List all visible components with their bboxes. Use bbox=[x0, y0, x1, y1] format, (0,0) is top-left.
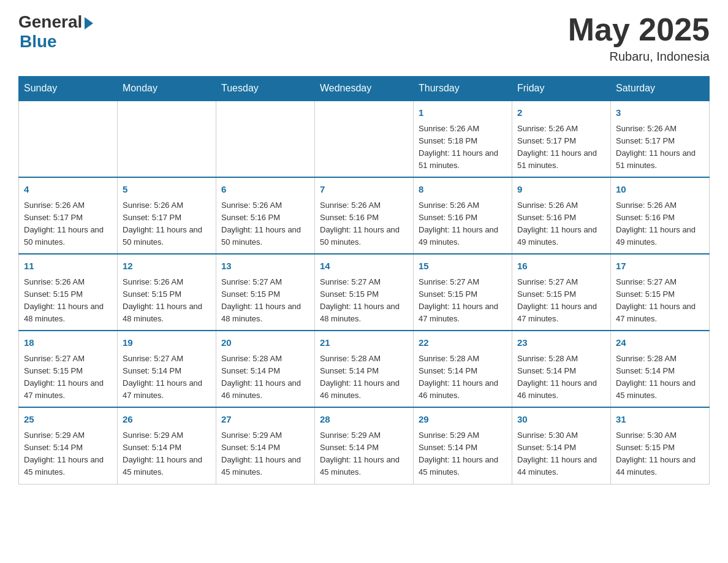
week-row-1: 1Sunrise: 5:26 AM Sunset: 5:18 PM Daylig… bbox=[19, 101, 710, 177]
day-header-monday: Monday bbox=[118, 77, 216, 101]
day-number: 29 bbox=[419, 413, 507, 427]
calendar-cell: 4Sunrise: 5:26 AM Sunset: 5:17 PM Daylig… bbox=[19, 177, 118, 254]
day-info: Sunrise: 5:28 AM Sunset: 5:14 PM Dayligh… bbox=[320, 353, 408, 402]
day-number: 7 bbox=[320, 183, 408, 197]
calendar-cell: 12Sunrise: 5:26 AM Sunset: 5:15 PM Dayli… bbox=[118, 254, 216, 331]
day-number: 18 bbox=[24, 336, 112, 350]
day-number: 2 bbox=[517, 106, 605, 120]
calendar-cell: 22Sunrise: 5:28 AM Sunset: 5:14 PM Dayli… bbox=[414, 331, 512, 407]
day-info: Sunrise: 5:27 AM Sunset: 5:15 PM Dayligh… bbox=[419, 276, 507, 326]
day-number: 27 bbox=[221, 413, 309, 427]
calendar-cell: 18Sunrise: 5:27 AM Sunset: 5:15 PM Dayli… bbox=[19, 331, 118, 407]
day-number: 4 bbox=[24, 183, 112, 197]
day-number: 11 bbox=[24, 259, 112, 274]
day-info: Sunrise: 5:26 AM Sunset: 5:17 PM Dayligh… bbox=[123, 199, 211, 249]
day-number: 15 bbox=[419, 259, 507, 274]
calendar-cell: 7Sunrise: 5:26 AM Sunset: 5:16 PM Daylig… bbox=[315, 177, 414, 254]
day-header-wednesday: Wednesday bbox=[315, 77, 414, 101]
day-number: 9 bbox=[517, 183, 605, 197]
day-info: Sunrise: 5:26 AM Sunset: 5:16 PM Dayligh… bbox=[517, 199, 605, 249]
day-number: 13 bbox=[221, 259, 309, 274]
week-row-5: 25Sunrise: 5:29 AM Sunset: 5:14 PM Dayli… bbox=[19, 407, 710, 484]
title-section: May 2025 Rubaru, Indonesia bbox=[568, 12, 710, 64]
calendar-cell: 11Sunrise: 5:26 AM Sunset: 5:15 PM Dayli… bbox=[19, 254, 118, 331]
calendar-cell bbox=[118, 101, 216, 177]
calendar-cell: 25Sunrise: 5:29 AM Sunset: 5:14 PM Dayli… bbox=[19, 407, 118, 484]
day-info: Sunrise: 5:27 AM Sunset: 5:15 PM Dayligh… bbox=[616, 276, 704, 326]
logo-arrow-icon bbox=[85, 17, 93, 29]
calendar-cell bbox=[315, 101, 414, 177]
day-info: Sunrise: 5:27 AM Sunset: 5:14 PM Dayligh… bbox=[123, 353, 211, 402]
month-title: May 2025 bbox=[568, 12, 710, 47]
day-number: 21 bbox=[320, 336, 408, 350]
calendar-cell: 13Sunrise: 5:27 AM Sunset: 5:15 PM Dayli… bbox=[216, 254, 315, 331]
day-info: Sunrise: 5:27 AM Sunset: 5:15 PM Dayligh… bbox=[517, 276, 605, 326]
day-number: 22 bbox=[419, 336, 507, 350]
calendar-cell: 30Sunrise: 5:30 AM Sunset: 5:14 PM Dayli… bbox=[512, 407, 611, 484]
page-header: General Blue May 2025 Rubaru, Indonesia bbox=[18, 12, 710, 64]
day-header-saturday: Saturday bbox=[611, 77, 710, 101]
calendar-cell: 3Sunrise: 5:26 AM Sunset: 5:17 PM Daylig… bbox=[611, 101, 710, 177]
day-number: 23 bbox=[517, 336, 605, 350]
day-info: Sunrise: 5:27 AM Sunset: 5:15 PM Dayligh… bbox=[24, 353, 112, 402]
day-header-tuesday: Tuesday bbox=[216, 77, 315, 101]
day-info: Sunrise: 5:29 AM Sunset: 5:14 PM Dayligh… bbox=[320, 429, 408, 479]
day-number: 6 bbox=[221, 183, 309, 197]
day-header-thursday: Thursday bbox=[414, 77, 512, 101]
day-number: 31 bbox=[616, 413, 704, 427]
calendar-cell: 20Sunrise: 5:28 AM Sunset: 5:14 PM Dayli… bbox=[216, 331, 315, 407]
day-info: Sunrise: 5:29 AM Sunset: 5:14 PM Dayligh… bbox=[221, 429, 309, 479]
day-number: 1 bbox=[419, 106, 507, 120]
day-header-sunday: Sunday bbox=[19, 77, 118, 101]
calendar-cell: 23Sunrise: 5:28 AM Sunset: 5:14 PM Dayli… bbox=[512, 331, 611, 407]
calendar-cell: 1Sunrise: 5:26 AM Sunset: 5:18 PM Daylig… bbox=[414, 101, 512, 177]
day-info: Sunrise: 5:26 AM Sunset: 5:16 PM Dayligh… bbox=[616, 199, 704, 249]
day-number: 8 bbox=[419, 183, 507, 197]
calendar-cell bbox=[216, 101, 315, 177]
day-info: Sunrise: 5:29 AM Sunset: 5:14 PM Dayligh… bbox=[419, 429, 507, 479]
day-info: Sunrise: 5:28 AM Sunset: 5:14 PM Dayligh… bbox=[616, 353, 704, 402]
day-info: Sunrise: 5:26 AM Sunset: 5:16 PM Dayligh… bbox=[320, 199, 408, 249]
day-number: 30 bbox=[517, 413, 605, 427]
calendar-cell: 28Sunrise: 5:29 AM Sunset: 5:14 PM Dayli… bbox=[315, 407, 414, 484]
calendar-cell: 6Sunrise: 5:26 AM Sunset: 5:16 PM Daylig… bbox=[216, 177, 315, 254]
calendar-table: SundayMondayTuesdayWednesdayThursdayFrid… bbox=[18, 76, 710, 484]
calendar-cell: 10Sunrise: 5:26 AM Sunset: 5:16 PM Dayli… bbox=[611, 177, 710, 254]
week-row-2: 4Sunrise: 5:26 AM Sunset: 5:17 PM Daylig… bbox=[19, 177, 710, 254]
calendar-cell: 24Sunrise: 5:28 AM Sunset: 5:14 PM Dayli… bbox=[611, 331, 710, 407]
calendar-cell: 2Sunrise: 5:26 AM Sunset: 5:17 PM Daylig… bbox=[512, 101, 611, 177]
day-number: 17 bbox=[616, 259, 704, 274]
calendar-cell: 5Sunrise: 5:26 AM Sunset: 5:17 PM Daylig… bbox=[118, 177, 216, 254]
day-info: Sunrise: 5:26 AM Sunset: 5:15 PM Dayligh… bbox=[24, 276, 112, 326]
calendar-cell: 19Sunrise: 5:27 AM Sunset: 5:14 PM Dayli… bbox=[118, 331, 216, 407]
day-number: 25 bbox=[24, 413, 112, 427]
week-row-4: 18Sunrise: 5:27 AM Sunset: 5:15 PM Dayli… bbox=[19, 331, 710, 407]
day-number: 20 bbox=[221, 336, 309, 350]
day-info: Sunrise: 5:27 AM Sunset: 5:15 PM Dayligh… bbox=[320, 276, 408, 326]
day-info: Sunrise: 5:28 AM Sunset: 5:14 PM Dayligh… bbox=[419, 353, 507, 402]
calendar-cell: 14Sunrise: 5:27 AM Sunset: 5:15 PM Dayli… bbox=[315, 254, 414, 331]
day-info: Sunrise: 5:29 AM Sunset: 5:14 PM Dayligh… bbox=[24, 429, 112, 479]
logo-general-text: General bbox=[18, 12, 82, 32]
day-number: 3 bbox=[616, 106, 704, 120]
calendar-cell: 9Sunrise: 5:26 AM Sunset: 5:16 PM Daylig… bbox=[512, 177, 611, 254]
day-number: 10 bbox=[616, 183, 704, 197]
day-number: 28 bbox=[320, 413, 408, 427]
calendar-cell: 27Sunrise: 5:29 AM Sunset: 5:14 PM Dayli… bbox=[216, 407, 315, 484]
logo: General Blue bbox=[18, 12, 93, 52]
calendar-cell: 26Sunrise: 5:29 AM Sunset: 5:14 PM Dayli… bbox=[118, 407, 216, 484]
day-number: 12 bbox=[123, 259, 211, 274]
location-text: Rubaru, Indonesia bbox=[568, 50, 710, 64]
day-number: 5 bbox=[123, 183, 211, 197]
day-info: Sunrise: 5:26 AM Sunset: 5:17 PM Dayligh… bbox=[24, 199, 112, 249]
logo-blue-text: Blue bbox=[20, 32, 57, 52]
day-info: Sunrise: 5:26 AM Sunset: 5:15 PM Dayligh… bbox=[123, 276, 211, 326]
calendar-cell: 21Sunrise: 5:28 AM Sunset: 5:14 PM Dayli… bbox=[315, 331, 414, 407]
day-info: Sunrise: 5:26 AM Sunset: 5:16 PM Dayligh… bbox=[419, 199, 507, 249]
calendar-cell: 31Sunrise: 5:30 AM Sunset: 5:15 PM Dayli… bbox=[611, 407, 710, 484]
day-number: 19 bbox=[123, 336, 211, 350]
day-info: Sunrise: 5:29 AM Sunset: 5:14 PM Dayligh… bbox=[123, 429, 211, 479]
calendar-cell: 29Sunrise: 5:29 AM Sunset: 5:14 PM Dayli… bbox=[414, 407, 512, 484]
day-number: 14 bbox=[320, 259, 408, 274]
week-row-3: 11Sunrise: 5:26 AM Sunset: 5:15 PM Dayli… bbox=[19, 254, 710, 331]
